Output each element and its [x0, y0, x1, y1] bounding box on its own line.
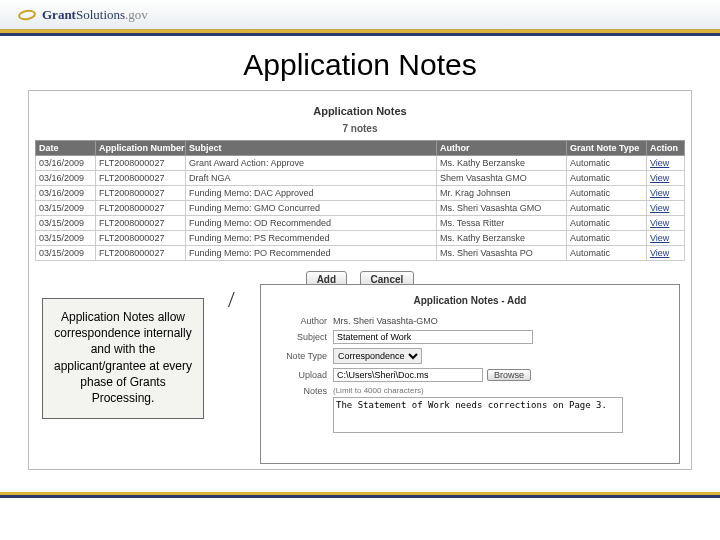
view-link[interactable]: View [650, 188, 669, 198]
cell-author: Mr. Krag Johnsen [437, 186, 567, 201]
notes-label: Notes [275, 386, 333, 396]
cell-date: 03/15/2009 [36, 246, 96, 261]
decorative-slash: / [228, 286, 235, 313]
table-row: 03/16/2009FLT2008000027Draft NGAShem Vas… [36, 171, 685, 186]
notes-table: Date Application Number Subject Author G… [35, 140, 685, 261]
cell-type: Automatic [567, 231, 647, 246]
cell-type: Automatic [567, 186, 647, 201]
brand-rest: Solutions [76, 7, 125, 22]
notes-hint: (Limit to 4000 characters) [333, 386, 623, 397]
table-row: 03/16/2009FLT2008000027Grant Award Actio… [36, 156, 685, 171]
cell-action: View [647, 201, 685, 216]
cell-subject: Funding Memo: PO Recommended [186, 246, 437, 261]
upload-label: Upload [275, 370, 333, 380]
cell-date: 03/15/2009 [36, 216, 96, 231]
cell-date: 03/15/2009 [36, 201, 96, 216]
cell-action: View [647, 156, 685, 171]
cell-subject: Funding Memo: DAC Approved [186, 186, 437, 201]
cell-appnum: FLT2008000027 [96, 201, 186, 216]
cell-subject: Draft NGA [186, 171, 437, 186]
note-type-label: Note Type [275, 351, 333, 361]
notes-textarea[interactable] [333, 397, 623, 433]
bottom-rules [0, 492, 720, 498]
col-appnum: Application Number [96, 141, 186, 156]
logo-ring-icon [17, 8, 36, 21]
cell-appnum: FLT2008000027 [96, 186, 186, 201]
cell-type: Automatic [567, 156, 647, 171]
cell-appnum: FLT2008000027 [96, 216, 186, 231]
add-note-popup: Application Notes - Add Author Mrs. Sher… [260, 284, 680, 464]
explanatory-callout: Application Notes allow correspondence i… [42, 298, 204, 419]
cell-appnum: FLT2008000027 [96, 171, 186, 186]
col-date: Date [36, 141, 96, 156]
author-value: Mrs. Sheri Vasashta-GMO [333, 316, 438, 326]
col-type: Grant Note Type [567, 141, 647, 156]
cell-type: Automatic [567, 246, 647, 261]
table-row: 03/15/2009FLT2008000027Funding Memo: GMO… [36, 201, 685, 216]
cell-type: Automatic [567, 171, 647, 186]
brand-bar: GrantSolutions.gov [0, 0, 720, 30]
cell-author: Ms. Kathy Berzanske [437, 156, 567, 171]
slide-title: Application Notes [0, 36, 720, 90]
cell-date: 03/16/2009 [36, 156, 96, 171]
brand-suffix: .gov [125, 7, 148, 22]
brand-logo: GrantSolutions.gov [18, 7, 148, 23]
view-link[interactable]: View [650, 173, 669, 183]
cell-author: Ms. Tessa Ritter [437, 216, 567, 231]
cell-action: View [647, 171, 685, 186]
cell-appnum: FLT2008000027 [96, 156, 186, 171]
browse-button[interactable]: Browse [487, 369, 531, 381]
table-row: 03/16/2009FLT2008000027Funding Memo: DAC… [36, 186, 685, 201]
view-link[interactable]: View [650, 158, 669, 168]
cell-date: 03/16/2009 [36, 171, 96, 186]
view-link[interactable]: View [650, 233, 669, 243]
cell-date: 03/16/2009 [36, 186, 96, 201]
cell-author: Shem Vasashta GMO [437, 171, 567, 186]
cell-appnum: FLT2008000027 [96, 246, 186, 261]
view-link[interactable]: View [650, 248, 669, 258]
subject-input[interactable] [333, 330, 533, 344]
cell-type: Automatic [567, 216, 647, 231]
add-popup-title: Application Notes - Add [261, 285, 679, 314]
col-subject: Subject [186, 141, 437, 156]
panel-title: Application Notes [35, 95, 685, 123]
cell-date: 03/15/2009 [36, 231, 96, 246]
cell-action: View [647, 186, 685, 201]
table-row: 03/15/2009FLT2008000027Funding Memo: PS … [36, 231, 685, 246]
cell-action: View [647, 246, 685, 261]
cell-action: View [647, 216, 685, 231]
cell-subject: Funding Memo: GMO Concurred [186, 201, 437, 216]
table-row: 03/15/2009FLT2008000027Funding Memo: PO … [36, 246, 685, 261]
cell-author: Ms. Sheri Vasashta GMO [437, 201, 567, 216]
note-type-select[interactable]: Correspondence [333, 348, 422, 364]
cell-subject: Grant Award Action: Approve [186, 156, 437, 171]
cell-action: View [647, 231, 685, 246]
author-label: Author [275, 316, 333, 326]
view-link[interactable]: View [650, 203, 669, 213]
view-link[interactable]: View [650, 218, 669, 228]
brand-bold: Grant [42, 7, 76, 22]
table-header-row: Date Application Number Subject Author G… [36, 141, 685, 156]
cell-author: Ms. Sheri Vasashta PO [437, 246, 567, 261]
col-author: Author [437, 141, 567, 156]
subject-label: Subject [275, 332, 333, 342]
cell-appnum: FLT2008000027 [96, 231, 186, 246]
cell-subject: Funding Memo: PS Recommended [186, 231, 437, 246]
cell-type: Automatic [567, 201, 647, 216]
upload-path-input[interactable] [333, 368, 483, 382]
table-row: 03/15/2009FLT2008000027Funding Memo: OD … [36, 216, 685, 231]
cell-subject: Funding Memo: OD Recommended [186, 216, 437, 231]
cell-author: Ms. Kathy Berzanske [437, 231, 567, 246]
note-count: 7 notes [35, 123, 685, 140]
col-action: Action [647, 141, 685, 156]
